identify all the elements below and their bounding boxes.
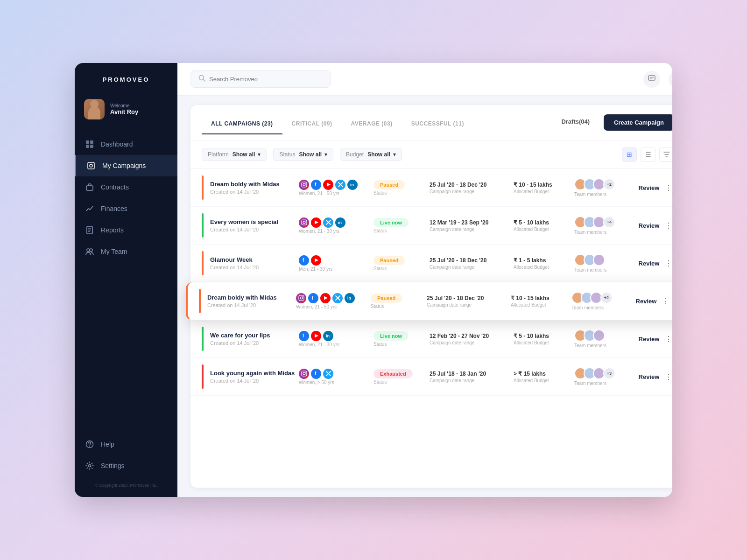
tab-average[interactable]: AVERAGE (03)	[342, 120, 402, 134]
review-button[interactable]: Review	[635, 222, 663, 229]
notification-button[interactable]	[669, 71, 672, 88]
svg-text:in: in	[326, 334, 330, 338]
audience-label: Women, 21 - 50 yrs	[299, 191, 374, 196]
file-icon	[85, 225, 94, 235]
sidebar-item-my-team[interactable]: My Team	[75, 241, 177, 262]
sidebar-item-reports[interactable]: Reports	[75, 219, 177, 241]
platform-icons: f	[299, 369, 374, 379]
audience-label: Men, 21 - 30 yrs	[299, 266, 374, 272]
message-button[interactable]	[643, 71, 660, 88]
platform-icons: f	[299, 255, 374, 266]
svg-point-32	[300, 297, 303, 299]
topbar	[177, 63, 672, 96]
status-filter-label: Status	[279, 151, 295, 158]
status-badge: Live now	[374, 218, 409, 227]
budget-sub-label: Allocated Budget	[514, 378, 574, 383]
facebook-icon: f	[311, 369, 321, 379]
more-options-button[interactable]: ⋮	[660, 297, 671, 306]
svg-point-19	[303, 183, 305, 186]
team-column: +2Team members	[574, 178, 635, 197]
team-label: Team members	[571, 305, 632, 310]
svg-point-20	[305, 183, 305, 183]
review-button[interactable]: Review	[635, 184, 663, 191]
date-column: 25 Jul '20 - 18 Dec '20 Campaign date ra…	[430, 257, 514, 270]
search-input[interactable]	[209, 76, 323, 83]
budget-column: ₹ 1 - 5 lakhs Allocated Budget	[514, 257, 574, 270]
sidebar-item-dashboard[interactable]: Dashboard	[75, 133, 177, 155]
settings-icon	[85, 461, 94, 470]
list-view-button[interactable]: ☰	[641, 147, 655, 162]
platform-filter-label: Platform	[208, 151, 229, 158]
status-sub-label: Status	[374, 342, 430, 347]
budget-filter-label: Budget	[346, 151, 364, 158]
review-button[interactable]: Review	[635, 336, 663, 343]
drafts-button[interactable]: Drafts(04)	[554, 118, 597, 132]
reports-label: Reports	[101, 226, 124, 234]
campaign-tabs: ALL CAMPAIGNS (23) CRITICAL (09) AVERAGE…	[202, 120, 473, 134]
platform-icons: in	[299, 217, 374, 228]
campaign-name: Every women is special	[210, 218, 299, 225]
sidebar-item-finances[interactable]: Finances	[75, 198, 177, 219]
campaign-info: Dream boldy with Midas Created on 14 Jul…	[210, 181, 299, 195]
linkedin-icon: in	[323, 331, 333, 341]
more-options-button[interactable]: ⋮	[663, 259, 672, 268]
platform-filter[interactable]: Platform Show all ▾	[202, 148, 267, 161]
twitter-icon	[323, 217, 333, 228]
row-accent-bar	[199, 289, 201, 313]
twitter-icon	[323, 369, 333, 379]
date-range: 25 Jul '20 - 18 Dec '20	[427, 295, 511, 301]
campaign-name: Dream boldy with Midas	[210, 181, 299, 188]
review-button[interactable]: Review	[635, 260, 663, 267]
grid-view-button[interactable]: ⊞	[622, 147, 637, 162]
svg-marker-38	[315, 334, 318, 338]
search-box[interactable]	[190, 70, 331, 88]
svg-point-5	[90, 164, 92, 167]
tab-successful[interactable]: SUCCESSFUL (11)	[402, 120, 473, 134]
row-accent-bar	[202, 364, 204, 389]
more-options-button[interactable]: ⋮	[663, 372, 672, 381]
team-icon	[85, 247, 94, 256]
review-button[interactable]: Review	[632, 298, 660, 305]
review-button[interactable]: Review	[635, 373, 663, 380]
sidebar-item-contracts[interactable]: Contracts	[75, 176, 177, 198]
date-column: 25 Jul '18 - 18 Jan '20 Campaign date ra…	[430, 371, 514, 383]
status-filter-value: Show all	[299, 151, 322, 158]
tab-all-campaigns[interactable]: ALL CAMPAIGNS (23)	[202, 120, 282, 134]
sidebar-item-my-campaigns[interactable]: My Campaigns	[75, 155, 177, 176]
youtube-icon	[311, 255, 321, 266]
sidebar-item-settings[interactable]: Settings	[75, 455, 177, 476]
svg-rect-24	[302, 220, 307, 225]
team-extra-count: +3	[603, 367, 615, 379]
campaigns-header: ALL CAMPAIGNS (23) CRITICAL (09) AVERAGE…	[190, 105, 672, 140]
team-avatars: +3	[574, 367, 635, 379]
twitter-icon	[332, 293, 343, 303]
budget-value: ₹ 10 - 15 lakhs	[514, 182, 574, 188]
more-options-button[interactable]: ⋮	[663, 183, 672, 192]
team-extra-count: +4	[603, 216, 615, 228]
status-column: Live now Status	[374, 218, 430, 233]
budget-value: ₹ 5 - 10 lakhs	[514, 333, 574, 339]
filters-bar: Platform Show all ▾ Status Show all ▾ Bu…	[190, 140, 672, 169]
more-options-button[interactable]: ⋮	[663, 335, 672, 343]
date-sub-label: Campaign date range	[430, 340, 514, 345]
svg-rect-4	[88, 162, 94, 169]
filter-button[interactable]	[659, 147, 672, 162]
audience-label: Women, 21 - 30 yrs	[299, 229, 374, 234]
status-filter[interactable]: Status Show all ▾	[273, 148, 333, 161]
sidebar-item-help[interactable]: Help	[75, 434, 177, 455]
user-info: Welcome Avnit Roy	[110, 103, 138, 115]
status-sub-label: Status	[374, 379, 430, 385]
tab-critical[interactable]: CRITICAL (09)	[282, 120, 342, 134]
create-campaign-button[interactable]: Create Campaign	[604, 114, 672, 131]
svg-point-26	[305, 221, 305, 221]
status-badge: Live now	[374, 331, 409, 341]
budget-filter[interactable]: Budget Show all ▾	[340, 148, 402, 161]
team-avatar	[593, 329, 605, 342]
instagram-icon	[296, 293, 306, 303]
more-options-button[interactable]: ⋮	[663, 221, 672, 230]
view-controls: ⊞ ☰	[622, 147, 672, 162]
date-sub-label: Campaign date range	[427, 302, 511, 308]
status-sub-label: Status	[371, 304, 427, 309]
row-accent-bar	[202, 327, 204, 351]
svg-text:f: f	[315, 182, 317, 187]
